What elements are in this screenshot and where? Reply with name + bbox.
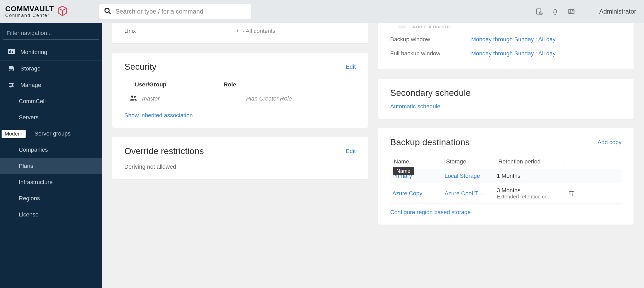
configure-region-storage-link[interactable]: Configure region based storage [390,209,471,216]
left-column: Unix / - All contents Security Edit User… [112,23,368,225]
override-text: Deriving not allowed [124,163,356,170]
destinations-header-row: Name Name Storage Retention period [390,155,622,169]
svg-rect-11 [12,51,13,53]
sidebar-item-companies[interactable]: Companies [0,142,102,158]
destination-name-link[interactable]: Azure Copy [392,190,445,197]
search-input[interactable] [115,8,246,15]
chart-icon [7,49,15,55]
svg-point-17 [12,85,13,86]
sidebar-item-commcell[interactable]: CommCell [0,93,102,109]
cube-logo-icon [57,5,68,18]
backup-window-value[interactable]: Monday through Sunday : All day [471,36,556,43]
destinations-title: Backup destinations [390,137,470,147]
sidebar-item-label: Monitoring [20,49,47,56]
sidebar: Filter navigation... Monitoring Storage … [0,23,102,235]
security-title: Security [124,62,156,72]
retention-value: 1 Months [497,173,565,179]
override-edit-link[interactable]: Edit [346,148,356,155]
jobs-icon[interactable] [535,7,543,16]
sidebar-item-servers[interactable]: Servers [0,109,102,126]
user-name: master [142,95,160,102]
backup-destinations-card: Backup destinations Add copy Name Name S… [378,128,634,225]
override-title: Override restrictions [124,146,204,156]
sidebar-item-label: CommCell [19,98,46,105]
destination-row: Primary Local Storage 1 Months [390,169,622,183]
automatic-schedule-link[interactable]: Automatic schedule [390,103,440,110]
schedule-card: Add full backup Backup window Monday thr… [378,23,634,69]
destination-storage-link[interactable]: Azure Cool T… [445,190,497,197]
full-backup-toggle[interactable] [390,26,406,28]
security-card: Security Edit User/Group Role master Pla… [112,53,368,128]
svg-rect-10 [10,50,11,53]
main-content: Unix / - All contents Security Edit User… [102,0,644,235]
sidebar-item-label: Regions [19,195,40,202]
add-copy-link[interactable]: Add copy [597,139,622,146]
toggle-label: Add full backup [412,26,451,28]
top-bar: COMMVAULT Command Center Administrator [0,0,644,23]
sidebar-item-label: Servers [19,114,39,121]
override-card: Override restrictions Edit Deriving not … [112,137,368,179]
sliders-icon [7,82,15,88]
col-name[interactable]: Name [394,158,409,165]
delete-icon[interactable] [565,190,578,197]
sidebar-item-label: Manage [20,82,41,89]
col-user-group: User/Group [135,81,224,88]
path-value: / [237,28,238,34]
svg-rect-9 [9,51,10,53]
os-label: Unix [124,28,237,34]
col-retention[interactable]: Retention period [497,158,565,165]
sidebar-item-storage[interactable]: Storage [0,60,102,77]
svg-point-16 [10,83,11,84]
svg-line-1 [109,12,111,14]
retention-sub: Extended retention co… [497,194,560,200]
svg-point-18 [10,86,11,87]
col-role: Role [224,81,236,88]
sidebar-item-server-groups[interactable]: Modern Server groups [0,126,102,142]
full-backup-window-label: Full backup window [390,50,471,57]
users-icon [130,95,137,103]
id-card-icon[interactable] [567,7,576,16]
svg-point-0 [105,8,109,12]
search-icon [104,7,111,16]
divider [586,6,586,17]
sidebar-item-label: Plans [19,163,33,169]
sidebar-item-manage[interactable]: Manage [0,77,102,93]
secondary-schedule-card: Secondary schedule Automatic schedule [378,79,634,119]
destination-storage-link[interactable]: Local Storage [445,173,497,179]
svg-rect-2 [536,9,541,14]
sidebar-item-license[interactable]: License [0,207,102,223]
retention-value: 3 Months [497,187,565,194]
right-column: Add full backup Backup window Monday thr… [378,23,634,225]
show-inherited-link[interactable]: Show inherited association [124,112,356,119]
sidebar-item-monitoring[interactable]: Monitoring [0,44,102,60]
header-icons: Administrator [535,6,636,17]
destination-row: Azure Copy Azure Cool T… 3 Months Extend… [390,183,622,204]
security-edit-link[interactable]: Edit [346,63,356,70]
svg-point-5 [570,10,571,12]
col-storage[interactable]: Storage [445,158,497,165]
sidebar-item-label: Storage [20,65,40,72]
bell-icon[interactable] [551,7,559,16]
user-menu[interactable]: Administrator [599,8,636,15]
search-box[interactable] [99,4,251,19]
backup-window-label: Backup window [390,36,471,43]
security-row: master Plan Creator Role [124,93,356,104]
brand: COMMVAULT Command Center [5,5,91,18]
modern-badge: Modern [2,130,26,138]
name-tooltip: Name [393,167,414,175]
sidebar-item-label: Infrastructure [19,179,53,186]
sidebar-item-label: Companies [19,146,48,153]
sidebar-item-plans[interactable]: Plans [0,158,102,174]
secondary-title: Secondary schedule [390,88,622,98]
svg-rect-4 [568,9,574,13]
unix-card: Unix / - All contents [112,23,368,43]
sidebar-item-label: License [19,211,39,218]
sidebar-item-infrastructure[interactable]: Infrastructure [0,174,102,190]
full-backup-window-value[interactable]: Monday through Sunday : All day [471,50,556,57]
filter-navigation-input[interactable]: Filter navigation... [3,27,99,40]
role-value: Plan Creator Role [246,95,292,102]
brand-subtitle: Command Center [5,13,54,18]
sidebar-item-regions[interactable]: Regions [0,190,102,207]
path-desc: - All contents [242,28,275,34]
brand-title: COMMVAULT [5,5,54,13]
